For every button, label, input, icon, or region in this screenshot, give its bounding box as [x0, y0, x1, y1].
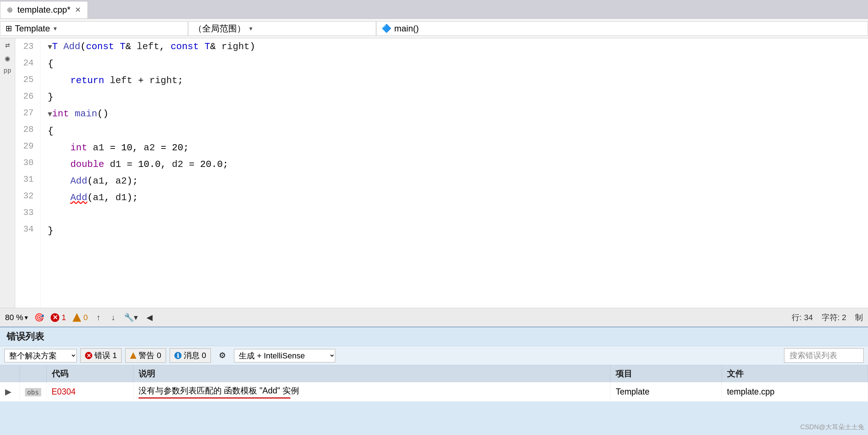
- error-status: ✕ 1: [51, 313, 66, 322]
- cursor-info: 行: 34 字符: 2 制: [792, 312, 863, 323]
- error-filter-btn[interactable]: ✕ 错误 1: [80, 348, 122, 363]
- col-project[interactable]: 项目: [610, 365, 722, 382]
- warning-status: 0: [72, 313, 88, 322]
- warning-count: 0: [83, 313, 88, 322]
- file-tab[interactable]: ⊕ template.cpp* ✕: [0, 1, 88, 18]
- scope-icon-3: 🔷: [382, 24, 391, 33]
- mode-info: 制: [855, 312, 863, 323]
- sidebar-list-icon[interactable]: pp: [4, 67, 12, 74]
- zoom-arrow: ▾: [25, 314, 28, 322]
- table-row[interactable]: ▶ obs E0304 没有与参数列表匹配的 函数模板 "Add" 实例 Tem…: [0, 382, 868, 402]
- error-panel: 错误列表 整个解决方案 ✕ 错误 1 警告 0 ℹ 消息 0 ⚙ 生成 + In…: [0, 327, 868, 435]
- scope-arrow-2: ▾: [249, 25, 252, 33]
- scope-label-3: main(): [394, 23, 419, 34]
- row-code: E0304: [46, 382, 133, 402]
- error-icon: ✕: [51, 313, 59, 322]
- left-sidebar: ⇄ ◉ pp: [0, 38, 15, 308]
- scope-selector-3[interactable]: 🔷 main(): [376, 21, 868, 36]
- error-filter-icon: ✕: [85, 352, 92, 359]
- info-filter-icon: ℹ: [174, 352, 182, 359]
- prev-error-btn[interactable]: ↑: [94, 312, 103, 323]
- build-filter-icon-btn[interactable]: ⚙: [214, 349, 230, 362]
- col-file[interactable]: 文件: [722, 365, 868, 382]
- warning-filter-icon: [130, 352, 136, 359]
- build-select[interactable]: 生成 + IntelliSense: [234, 349, 335, 362]
- row-obs: obs: [20, 382, 47, 402]
- sidebar-eye-icon[interactable]: ◉: [5, 54, 10, 64]
- scope-label-1: Template: [15, 23, 50, 34]
- row-description: 没有与参数列表匹配的 函数模板 "Add" 实例: [133, 382, 610, 402]
- code-editor[interactable]: ▼T Add(const T& left, const T& right) { …: [41, 38, 868, 308]
- watermark: CSDN@大耳朵土土兔: [800, 423, 864, 431]
- scope-selector-2[interactable]: （全局范围） ▾: [188, 21, 376, 36]
- error-count: 1: [61, 313, 66, 322]
- col-code[interactable]: 代码: [46, 365, 133, 382]
- error-filter-label: 错误 1: [94, 350, 117, 361]
- scope-dropdown[interactable]: 整个解决方案: [4, 349, 77, 362]
- zoom-selector[interactable]: 80 % ▾: [5, 313, 28, 322]
- col-expand: [0, 365, 20, 382]
- warning-filter-btn[interactable]: 警告 0: [125, 348, 166, 363]
- error-table: 代码 说明 项目 文件 ▶ obs E0304 没有与参数列表匹配的 函数模板 …: [0, 365, 868, 435]
- tab-pin-icon: ⊕: [7, 5, 13, 14]
- scope-icon-1: ⊞: [5, 24, 12, 33]
- warning-icon: [72, 313, 81, 322]
- editor-main: ⇄ ◉ pp 23 24 25 26 27 28 29 30 31 32 33 …: [0, 38, 868, 308]
- tab-filename: template.cpp*: [17, 5, 71, 15]
- scope-selector-1[interactable]: ⊞ Template ▾: [0, 21, 188, 36]
- toolbar-row: ⊞ Template ▾ （全局范围） ▾ 🔷 main(): [0, 19, 868, 38]
- col-info: 字符: 2: [822, 312, 846, 323]
- info-filter-btn[interactable]: ℹ 消息 0: [170, 348, 211, 363]
- scroll-left-btn[interactable]: ◀: [144, 312, 155, 323]
- col-description[interactable]: 说明: [133, 365, 610, 382]
- col-obs: [20, 365, 47, 382]
- error-panel-title: 错误列表: [0, 327, 868, 346]
- error-panel-toolbar: 整个解决方案 ✕ 错误 1 警告 0 ℹ 消息 0 ⚙ 生成 + Intelli…: [0, 346, 868, 365]
- row-project: Template: [610, 382, 722, 402]
- search-error-label: 搜索错误列表: [784, 348, 864, 363]
- row-expand[interactable]: ▶: [0, 382, 20, 402]
- status-bar: 80 % ▾ 🎯 ✕ 1 0 ↑ ↓ 🔧▾ ◀ 行: 34 字符: 2 制: [0, 308, 868, 327]
- line-numbers: 23 24 25 26 27 28 29 30 31 32 33 34: [15, 38, 41, 308]
- zoom-label: 80 %: [5, 313, 23, 322]
- warning-filter-label: 警告 0: [139, 350, 161, 361]
- sidebar-nav-icon[interactable]: ⇄: [5, 40, 10, 50]
- scope-label-2: （全局范围）: [193, 23, 246, 34]
- filter-btn[interactable]: 🔧▾: [124, 313, 138, 322]
- info-filter-label: 消息 0: [184, 350, 206, 361]
- row-file: template.cpp: [722, 382, 868, 402]
- tab-bar: ⊕ template.cpp* ✕: [0, 0, 868, 19]
- eyedropper-icon: 🎯: [34, 313, 44, 322]
- row-info: 行: 34: [792, 312, 813, 323]
- scope-arrow-1: ▾: [54, 25, 57, 33]
- tab-close-icon[interactable]: ✕: [75, 5, 81, 14]
- next-error-btn[interactable]: ↓: [109, 312, 118, 323]
- code-area[interactable]: 23 24 25 26 27 28 29 30 31 32 33 34 ▼T A…: [15, 38, 868, 308]
